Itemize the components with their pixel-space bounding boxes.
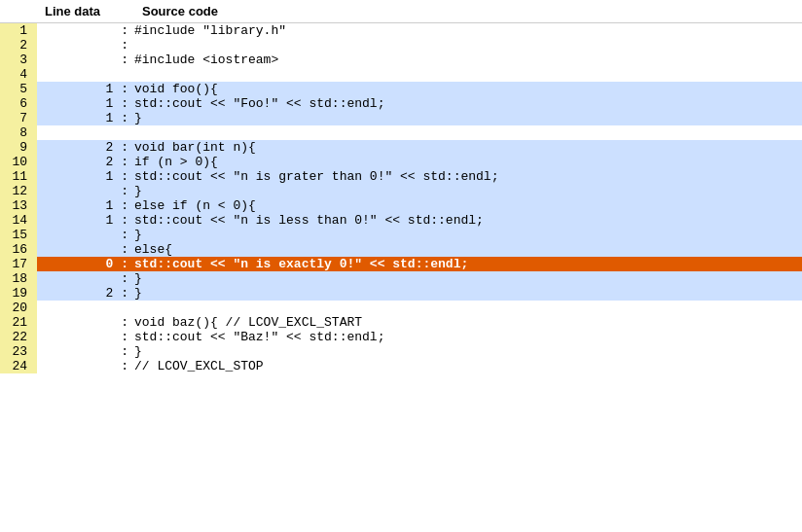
line-data: 2 : xyxy=(37,155,134,169)
line-data: : xyxy=(37,23,134,39)
table-row: 24: // LCOV_EXCL_STOP xyxy=(0,359,802,373)
line-number: 18 xyxy=(0,271,37,286)
table-row: 51 : void foo(){ xyxy=(0,82,802,96)
line-number: 24 xyxy=(0,359,37,373)
line-number: 12 xyxy=(0,184,37,198)
table-row: 192 : } xyxy=(0,286,802,301)
source-code xyxy=(134,125,802,140)
line-number: 20 xyxy=(0,301,37,315)
line-data: : xyxy=(37,38,134,53)
line-data: : xyxy=(37,344,134,359)
source-code xyxy=(134,38,802,53)
table-row: 2: xyxy=(0,38,802,53)
table-row: 111 : std::cout << "n is grater than 0!"… xyxy=(0,169,802,184)
line-number: 1 xyxy=(0,23,37,39)
table-row: 3: #include <iostream> xyxy=(0,53,802,67)
line-data: 0 : xyxy=(37,257,134,271)
source-code xyxy=(134,301,802,315)
table-row: 22: std::cout << "Baz!" << std::endl; xyxy=(0,330,802,344)
line-data: : xyxy=(37,228,134,242)
line-number: 2 xyxy=(0,38,37,53)
line-number: 10 xyxy=(0,155,37,169)
line-number: 15 xyxy=(0,228,37,242)
source-code: else if (n < 0){ xyxy=(134,198,802,213)
source-code: void foo(){ xyxy=(134,82,802,96)
line-data: : xyxy=(37,184,134,198)
table-row: 23: } xyxy=(0,344,802,359)
source-code: std::cout << "n is grater than 0!" << st… xyxy=(134,169,802,184)
line-data: 1 : xyxy=(37,198,134,213)
source-code xyxy=(134,67,802,82)
line-data: 1 : xyxy=(37,111,134,125)
source-code: else{ xyxy=(134,242,802,257)
table-row: 141 : std::cout << "n is less than 0!" <… xyxy=(0,213,802,228)
source-code: // LCOV_EXCL_STOP xyxy=(134,359,802,373)
source-code: std::cout << "n is exactly 0!" << std::e… xyxy=(134,257,802,271)
line-number: 9 xyxy=(0,140,37,155)
line-data: : xyxy=(37,271,134,286)
table-row: 4 xyxy=(0,67,802,82)
line-data xyxy=(37,301,134,315)
header-linedata: Line data xyxy=(37,0,134,23)
source-code: std::cout << "Foo!" << std::endl; xyxy=(134,96,802,111)
table-row: 71 : } xyxy=(0,111,802,125)
line-data: 1 : xyxy=(37,213,134,228)
line-number: 17 xyxy=(0,257,37,271)
line-number: 13 xyxy=(0,198,37,213)
line-number: 7 xyxy=(0,111,37,125)
line-number: 11 xyxy=(0,169,37,184)
line-number: 3 xyxy=(0,53,37,67)
line-number: 19 xyxy=(0,286,37,301)
source-code: void baz(){ // LCOV_EXCL_START xyxy=(134,315,802,330)
source-code: if (n > 0){ xyxy=(134,155,802,169)
source-code: void bar(int n){ xyxy=(134,140,802,155)
table-row: 20 xyxy=(0,301,802,315)
line-number: 22 xyxy=(0,330,37,344)
source-code: std::cout << "n is less than 0!" << std:… xyxy=(134,213,802,228)
table-row: 21: void baz(){ // LCOV_EXCL_START xyxy=(0,315,802,330)
line-data: : xyxy=(37,315,134,330)
line-data: 1 : xyxy=(37,96,134,111)
line-number: 5 xyxy=(0,82,37,96)
table-row: 92 : void bar(int n){ xyxy=(0,140,802,155)
table-header: Line data Source code xyxy=(0,0,802,23)
line-data: 2 : xyxy=(37,286,134,301)
line-number: 4 xyxy=(0,67,37,82)
line-data: : xyxy=(37,330,134,344)
header-source: Source code xyxy=(134,0,802,23)
line-data: : xyxy=(37,359,134,373)
table-row: 18: } xyxy=(0,271,802,286)
table-row: 102 : if (n > 0){ xyxy=(0,155,802,169)
source-code: } xyxy=(134,344,802,359)
line-number: 14 xyxy=(0,213,37,228)
source-code: #include <iostream> xyxy=(134,53,802,67)
source-code: std::cout << "Baz!" << std::endl; xyxy=(134,330,802,344)
line-number: 23 xyxy=(0,344,37,359)
source-code: } xyxy=(134,184,802,198)
line-data xyxy=(37,125,134,140)
source-code: } xyxy=(134,111,802,125)
line-number: 6 xyxy=(0,96,37,111)
source-code: } xyxy=(134,286,802,301)
table-row: 1: #include "library.h" xyxy=(0,23,802,39)
source-code: } xyxy=(134,228,802,242)
header-linenum xyxy=(0,0,37,23)
line-data xyxy=(37,67,134,82)
source-code: } xyxy=(134,271,802,286)
table-row: 12: } xyxy=(0,184,802,198)
table-row: 16: else{ xyxy=(0,242,802,257)
line-data: 1 : xyxy=(37,82,134,96)
source-code: #include "library.h" xyxy=(134,23,802,39)
table-row: 61 : std::cout << "Foo!" << std::endl; xyxy=(0,96,802,111)
line-number: 8 xyxy=(0,125,37,140)
line-number: 16 xyxy=(0,242,37,257)
line-data: : xyxy=(37,53,134,67)
line-data: : xyxy=(37,242,134,257)
line-data: 2 : xyxy=(37,140,134,155)
line-number: 21 xyxy=(0,315,37,330)
line-data: 1 : xyxy=(37,169,134,184)
table-row: 15: } xyxy=(0,228,802,242)
table-row: 131 : else if (n < 0){ xyxy=(0,198,802,213)
table-row: 170 : std::cout << "n is exactly 0!" << … xyxy=(0,257,802,271)
code-coverage-table: Line data Source code 1: #include "libra… xyxy=(0,0,802,373)
